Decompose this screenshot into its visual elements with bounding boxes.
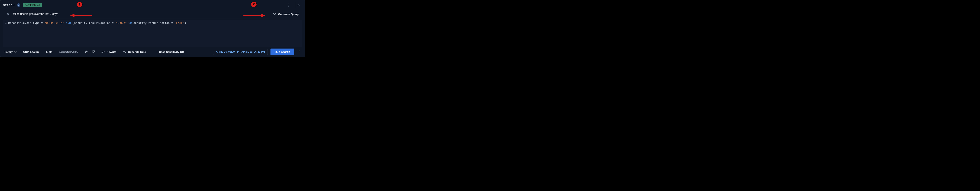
close-icon (7, 13, 9, 15)
svg-point-0 (288, 3, 288, 4)
chevron-down-icon (14, 51, 17, 53)
date-range-picker[interactable]: APRIL 26, 06:29 PM - APRIL 29, 06:29 PM (213, 49, 268, 55)
query-editor[interactable]: 1 metadata.event_type = "USER_LOGIN" AND… (3, 20, 302, 47)
annotation-arrow-2 (243, 13, 266, 18)
kebab-icon (288, 3, 289, 7)
nl-query-text: failed user logins over the last 3 days (13, 12, 58, 16)
run-search-button[interactable]: Run Search (270, 49, 294, 55)
svg-point-5 (299, 53, 299, 53)
udm-lookup-label: UDM Lookup (23, 51, 40, 54)
feedback-group (84, 49, 95, 55)
generate-rule-button[interactable]: Generate Rule (123, 49, 146, 55)
search-panel: SEARCH i New Features failed user login (0, 0, 305, 57)
svg-point-4 (299, 52, 299, 52)
collapse-button[interactable] (295, 2, 302, 8)
new-features-badge[interactable]: New Features (23, 3, 42, 7)
udm-lookup-button[interactable]: UDM Lookup (23, 49, 40, 55)
chevron-up-icon (298, 4, 300, 6)
lists-label: Lists (46, 51, 52, 54)
rewrite-icon (102, 51, 105, 53)
generate-query-label: Generate Query (278, 13, 299, 16)
bottom-toolbar: History UDM Lookup Lists Generated Query (0, 47, 305, 57)
header-bar: SEARCH i New Features (0, 0, 305, 10)
info-icon[interactable]: i (17, 3, 21, 7)
generate-rule-label: Generate Rule (128, 51, 146, 54)
generated-query-label: Generated Query (59, 49, 78, 54)
sparkle-pencil-icon (273, 13, 277, 16)
rewrite-label: Rewrite (107, 51, 116, 54)
svg-point-2 (288, 6, 288, 6)
lists-button[interactable]: Lists (46, 49, 53, 55)
toolbar-divider (155, 49, 155, 55)
thumbs-up-icon (85, 50, 88, 54)
case-sensitivity-label: Case Sensitivity Off (159, 51, 184, 54)
editor-gutter: 1 (3, 21, 8, 47)
svg-marker-7 (70, 14, 75, 17)
svg-point-1 (288, 5, 288, 5)
history-button[interactable]: History (3, 49, 17, 55)
thumbs-down-button[interactable] (92, 50, 95, 54)
kebab-icon (299, 50, 299, 54)
line-number: 1 (3, 21, 7, 24)
svg-point-3 (299, 50, 299, 51)
thumbs-down-icon (92, 50, 95, 54)
query-code-line: metadata.event_type = "USER_LOGIN" AND (… (8, 21, 186, 47)
thumbs-up-button[interactable] (85, 50, 88, 54)
annotation-badge-1: 1 (76, 2, 83, 8)
generate-query-button[interactable]: Generate Query (269, 10, 302, 19)
rewrite-button[interactable]: Rewrite (101, 49, 117, 55)
sparkle-wand-icon (123, 50, 126, 54)
header-title: SEARCH (3, 4, 14, 7)
annotation-arrow-1 (70, 13, 92, 18)
toolbar-more-button[interactable] (296, 49, 302, 55)
history-label: History (3, 51, 13, 54)
svg-marker-9 (261, 14, 266, 17)
clear-nl-button[interactable] (6, 12, 10, 16)
nl-query-input[interactable]: failed user logins over the last 3 days (6, 10, 269, 19)
annotation-badge-2: 2 (251, 2, 257, 7)
case-sensitivity-toggle[interactable]: Case Sensitivity Off (159, 49, 184, 55)
header-more-button[interactable] (285, 2, 292, 8)
